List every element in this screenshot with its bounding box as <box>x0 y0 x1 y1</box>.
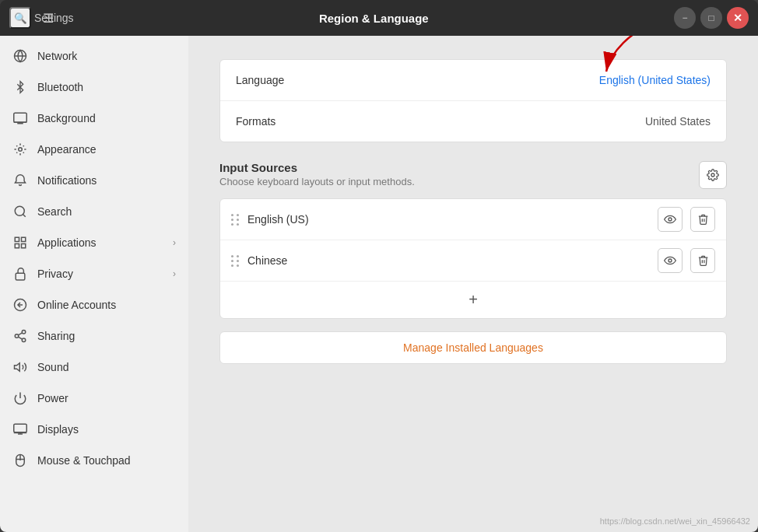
input-source-name-english: English (US) <box>247 213 650 226</box>
drag-dot <box>237 219 239 221</box>
content-area: Network Bluetooth Background <box>0 36 758 532</box>
formats-row[interactable]: Formats United States <box>220 101 726 142</box>
gear-icon <box>707 169 719 181</box>
sidebar-item-label: Network <box>37 50 176 62</box>
notifications-icon <box>12 173 28 188</box>
drag-dot <box>231 214 233 216</box>
sidebar-item-label: Background <box>37 112 176 124</box>
eye-icon <box>664 214 676 225</box>
window-title: Region & Language <box>74 12 674 25</box>
svg-point-17 <box>22 338 26 342</box>
preview-button-english[interactable] <box>658 207 683 232</box>
formats-value[interactable]: United States <box>645 115 711 128</box>
drag-dot <box>237 223 239 226</box>
appearance-icon <box>12 142 28 157</box>
sidebar-item-label: Notifications <box>37 174 176 187</box>
sidebar-item-background[interactable]: Background <box>0 103 188 134</box>
input-sources-section: Input Sources Choose keyboard layouts or… <box>219 161 727 364</box>
bluetooth-icon <box>12 79 28 95</box>
sidebar-item-notifications[interactable]: Notifications <box>0 165 188 196</box>
displays-icon <box>12 422 28 437</box>
formats-label: Formats <box>236 115 645 128</box>
language-row[interactable]: Language English (United States) <box>220 60 726 101</box>
sidebar-item-label: Online Accounts <box>37 299 176 311</box>
drag-dot <box>237 260 239 262</box>
background-icon <box>12 110 28 126</box>
search-icon <box>12 204 28 219</box>
language-value[interactable]: English (United States) <box>599 74 711 86</box>
main-panel: Language English (United States) Formats… <box>188 36 758 532</box>
chevron-icon: › <box>173 268 176 279</box>
sidebar-item-label: Power <box>37 392 176 404</box>
menu-icon: ☰ <box>43 11 54 26</box>
input-sources-gear-button[interactable] <box>699 161 727 189</box>
svg-rect-11 <box>15 244 19 248</box>
sidebar-item-label: Sharing <box>37 330 176 342</box>
svg-point-6 <box>19 148 23 152</box>
input-sources-header-content: Input Sources Choose keyboard layouts or… <box>219 161 699 187</box>
input-sources-card: English (US) <box>219 198 727 319</box>
svg-point-32 <box>669 259 672 262</box>
search-button[interactable]: 🔍 <box>9 7 31 29</box>
sidebar-item-label: Mouse & Touchpad <box>37 454 176 467</box>
svg-rect-12 <box>22 244 26 248</box>
preview-button-chinese[interactable] <box>658 248 683 273</box>
drag-handle-chinese[interactable] <box>231 255 240 267</box>
drag-dot <box>231 223 233 226</box>
trash-icon <box>697 254 708 267</box>
sidebar-item-online-accounts[interactable]: Online Accounts <box>0 289 188 320</box>
chevron-icon: › <box>173 237 176 248</box>
sidebar-item-label: Search <box>37 205 176 218</box>
sidebar-item-sound[interactable]: Sound <box>0 352 188 383</box>
sidebar-item-network[interactable]: Network <box>0 40 188 72</box>
delete-button-chinese[interactable] <box>690 248 715 273</box>
sidebar-item-displays[interactable]: Displays <box>0 414 188 445</box>
sidebar-item-search[interactable]: Search <box>0 196 188 227</box>
input-source-row-chinese: Chinese <box>220 240 726 282</box>
minimize-button[interactable]: − <box>674 7 696 29</box>
input-source-name-chinese: Chinese <box>247 254 650 267</box>
sidebar: Network Bluetooth Background <box>0 36 188 532</box>
delete-button-english[interactable] <box>690 207 715 232</box>
trash-icon <box>697 213 708 226</box>
svg-line-19 <box>18 333 22 335</box>
drag-dot <box>231 255 233 257</box>
svg-point-30 <box>711 173 714 177</box>
svg-rect-9 <box>15 237 19 241</box>
svg-line-8 <box>23 214 25 216</box>
sharing-icon <box>12 328 28 344</box>
drag-dot <box>237 214 239 216</box>
drag-handle-english[interactable] <box>231 214 240 226</box>
maximize-button[interactable]: □ <box>700 7 722 29</box>
input-sources-header: Input Sources Choose keyboard layouts or… <box>219 161 727 189</box>
search-icon: 🔍 <box>14 12 27 24</box>
close-button[interactable]: ✕ <box>727 7 749 29</box>
drag-dot <box>237 264 239 267</box>
sidebar-item-label: Displays <box>37 423 176 436</box>
sidebar-item-label: Sound <box>37 361 176 373</box>
svg-point-31 <box>669 218 672 221</box>
settings-window: 🔍 Settings ☰ Region & Language − □ ✕ Net… <box>0 0 758 532</box>
sidebar-item-appearance[interactable]: Appearance <box>0 134 188 165</box>
svg-rect-13 <box>16 273 25 280</box>
sidebar-item-bluetooth[interactable]: Bluetooth <box>0 72 188 103</box>
sidebar-item-mouse-touchpad[interactable]: Mouse & Touchpad <box>0 445 188 476</box>
sidebar-item-label: Bluetooth <box>37 81 176 93</box>
sidebar-item-applications[interactable]: Applications › <box>0 227 188 258</box>
svg-rect-22 <box>14 424 27 432</box>
privacy-icon <box>12 266 28 282</box>
sidebar-item-power[interactable]: Power <box>0 383 188 414</box>
sidebar-item-sharing[interactable]: Sharing <box>0 320 188 352</box>
svg-point-15 <box>22 331 26 334</box>
sidebar-item-label: Appearance <box>37 143 176 156</box>
power-icon <box>12 390 28 406</box>
menu-button[interactable]: ☰ <box>37 7 59 29</box>
add-input-source-button[interactable]: + <box>220 282 726 318</box>
svg-rect-10 <box>22 237 26 241</box>
svg-marker-20 <box>15 363 20 372</box>
manage-languages-button[interactable]: Manage Installed Languages <box>219 331 727 364</box>
online-accounts-icon <box>12 297 28 313</box>
window-controls: − □ ✕ <box>674 7 749 29</box>
sidebar-item-privacy[interactable]: Privacy › <box>0 258 188 289</box>
mouse-icon <box>12 453 28 468</box>
